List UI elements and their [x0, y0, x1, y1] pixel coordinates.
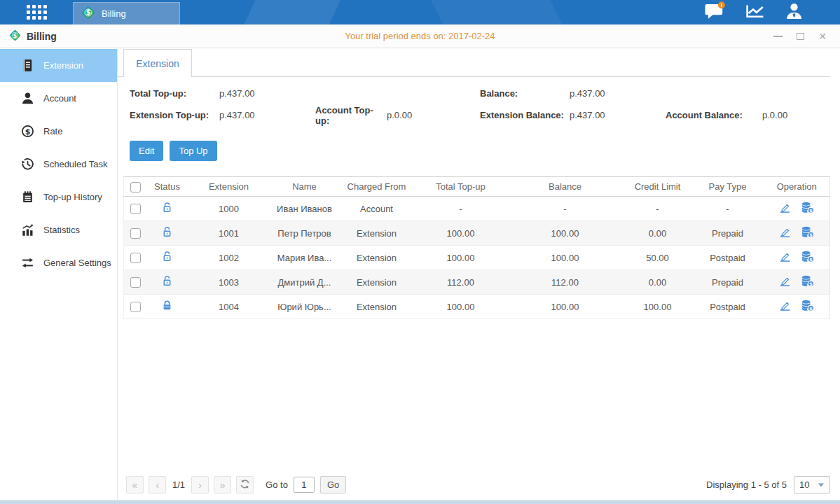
row-checkbox[interactable] — [130, 253, 141, 263]
row-checkbox[interactable] — [130, 228, 141, 239]
account-balance-label: Account Balance: — [666, 110, 762, 120]
lock-open-icon[interactable] — [161, 251, 173, 262]
row-checkbox[interactable] — [130, 277, 141, 288]
go-button[interactable]: Go — [320, 476, 346, 493]
row-checkbox[interactable] — [130, 204, 141, 214]
sidebar-item-rate[interactable]: $Rate — [0, 115, 117, 148]
edit-button[interactable]: Edit — [130, 141, 163, 161]
charged-from-cell: Extension — [338, 270, 415, 295]
lock-open-icon[interactable] — [161, 226, 173, 238]
total-topup-value: p.437.00 — [219, 88, 315, 99]
displaying-text: Displaying 1 - 5 of 5 — [706, 479, 787, 490]
row-checkbox[interactable] — [130, 302, 141, 312]
table-row: 1003 Дмитрий Д... Extension 112.00 112.0… — [124, 270, 830, 295]
extension-topup-label: Extension Top-up: — [130, 110, 219, 120]
total-topup-cell: 112.00 — [415, 270, 507, 295]
sidebar-item-scheduled-task[interactable]: Scheduled Task — [0, 148, 117, 181]
person-icon — [21, 92, 34, 105]
extension-cell: 1000 — [187, 197, 271, 221]
refresh-button[interactable] — [236, 476, 254, 493]
last-page-button[interactable]: » — [214, 476, 231, 493]
resource-monitor-button[interactable] — [745, 3, 766, 22]
total-topup-cell: - — [415, 197, 507, 221]
user-icon — [785, 3, 804, 22]
page-size-dropdown[interactable]: 10 — [794, 476, 830, 493]
next-page-button[interactable]: › — [191, 476, 209, 493]
close-button[interactable]: ✕ — [818, 31, 827, 41]
balance-cell: 100.00 — [507, 246, 624, 270]
select-all-checkbox[interactable] — [130, 182, 141, 192]
charged-from-cell: Extension — [338, 246, 415, 270]
lock-closed-icon[interactable] — [161, 300, 173, 312]
stats-icon — [21, 223, 34, 237]
extension-cell: 1002 — [187, 246, 271, 270]
content-area: Extension Total Top-up: p.437.00 Extensi… — [118, 48, 840, 500]
topup-coins-icon[interactable]: $ — [801, 202, 815, 214]
sidebar-item-label: Extension — [43, 60, 83, 71]
message-icon: ! — [704, 1, 726, 23]
line-chart-icon — [745, 3, 766, 22]
sidebar-item-account[interactable]: Account — [0, 82, 117, 115]
svg-text:$: $ — [809, 232, 813, 238]
maximize-button[interactable] — [795, 31, 805, 41]
page-indicator: 1/1 — [171, 479, 191, 490]
topbar-billing-tab[interactable]: $ Billing — [73, 2, 180, 24]
window-controls: ✕ — [773, 31, 827, 41]
total-topup-cell: 100.00 — [415, 246, 507, 270]
prev-page-button[interactable]: ‹ — [149, 476, 166, 493]
credit-limit-cell: 50.00 — [624, 246, 691, 270]
account-topup-label: Account Top-up: — [315, 105, 387, 126]
edit-icon[interactable] — [779, 251, 791, 262]
topup-coins-icon[interactable]: $ — [801, 275, 815, 287]
page-size-value: 10 — [799, 479, 809, 490]
sidebar-item-label: Rate — [43, 126, 62, 136]
user-account-button[interactable] — [785, 3, 804, 22]
edit-icon[interactable] — [779, 202, 791, 214]
top-up-button[interactable]: Top Up — [170, 141, 216, 161]
notifications-button[interactable]: ! — [704, 1, 726, 23]
topup-coins-icon[interactable]: $ — [801, 251, 815, 262]
app-menu-button[interactable] — [0, 0, 73, 24]
sidebar-item-general-settings[interactable]: General Settings — [0, 246, 117, 279]
window-titlebar: $ Billing Your trial period ends on: 201… — [0, 24, 840, 48]
charged-from-cell: Extension — [338, 295, 415, 319]
column-header-name: Name — [271, 177, 338, 197]
sidebar-item-top-up-history[interactable]: Top-up History — [0, 181, 117, 214]
pay-type-cell: Prepaid — [691, 221, 764, 246]
refresh-icon — [240, 479, 250, 491]
notepad-icon — [21, 190, 34, 204]
sidebar-item-extension[interactable]: Extension — [0, 49, 117, 82]
first-page-button[interactable]: « — [126, 476, 144, 493]
svg-text:$: $ — [809, 306, 813, 312]
sidebar-item-statistics[interactable]: Statistics — [0, 214, 117, 246]
name-cell: Юрий Юрь... — [271, 295, 338, 319]
total-topup-label: Total Top-up: — [130, 88, 219, 99]
sidebar-item-label: Statistics — [43, 225, 80, 235]
svg-text:$: $ — [809, 281, 813, 287]
edit-icon[interactable] — [779, 226, 791, 238]
minimize-button[interactable] — [773, 31, 783, 41]
sidebar-item-label: Top-up History — [43, 192, 102, 202]
lock-open-icon[interactable] — [161, 275, 173, 287]
pay-type-cell: Postpaid — [691, 246, 764, 270]
svg-text:$: $ — [25, 127, 31, 136]
app-grid-icon — [27, 5, 47, 20]
credit-limit-cell: 0.00 — [624, 270, 691, 295]
account-balance-value: p.0.00 — [762, 110, 787, 120]
credit-limit-cell: 100.00 — [624, 295, 691, 319]
tab-extension[interactable]: Extension — [123, 49, 192, 77]
window-title: $ Billing — [8, 29, 57, 44]
goto-page-input[interactable] — [294, 477, 315, 493]
ledger-icon — [21, 59, 34, 72]
svg-text:$: $ — [13, 31, 18, 38]
lock-open-icon[interactable] — [161, 202, 173, 214]
name-cell: Петр Петров — [271, 221, 338, 246]
column-header-status: Status — [148, 177, 187, 197]
edit-icon[interactable] — [779, 275, 791, 287]
edit-icon[interactable] — [779, 300, 791, 312]
clock-icon — [21, 158, 34, 171]
sidebar-item-label: Account — [43, 93, 76, 104]
topup-coins-icon[interactable]: $ — [801, 300, 815, 312]
billing-diamond-icon: $ — [81, 5, 96, 22]
topup-coins-icon[interactable]: $ — [801, 226, 815, 238]
